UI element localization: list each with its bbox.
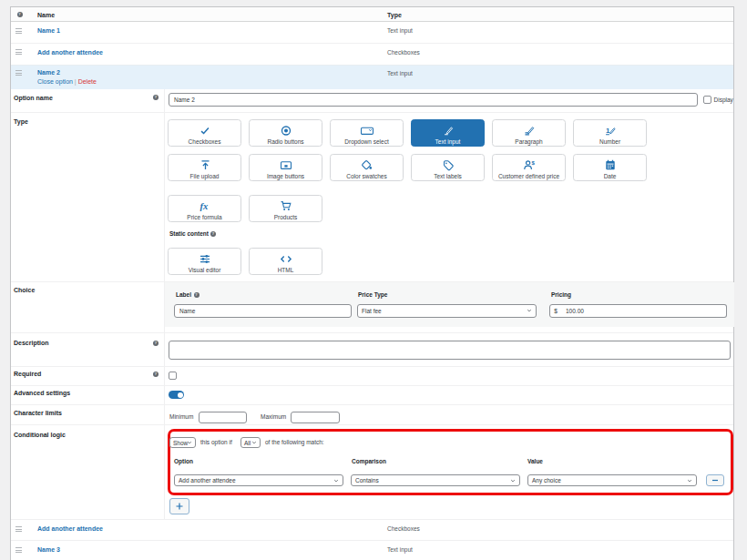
svg-text:$: $ bbox=[531, 159, 535, 165]
svg-text:fx: fx bbox=[200, 200, 208, 210]
